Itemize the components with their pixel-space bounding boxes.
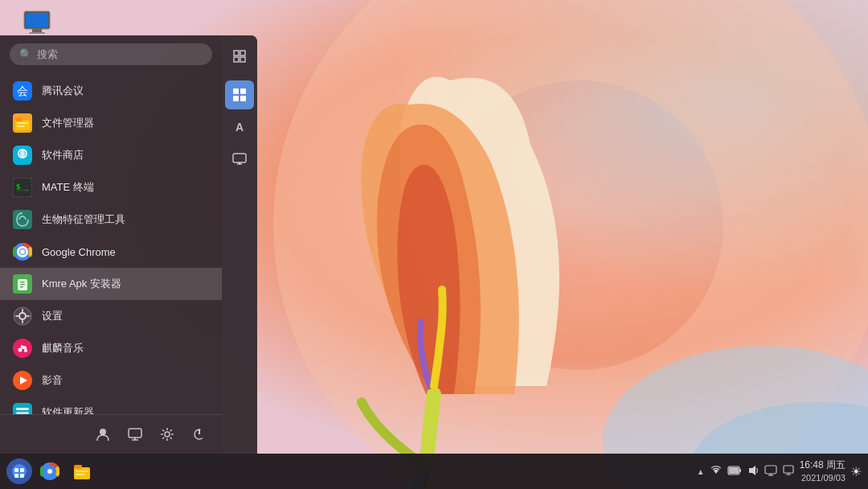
svg-rect-28 <box>20 284 25 286</box>
music-icon <box>13 339 32 358</box>
tray-wifi-icon[interactable] <box>710 464 723 479</box>
svg-rect-69 <box>20 468 24 472</box>
files-icon <box>13 113 32 133</box>
chrome-label: Google Chrome <box>42 246 116 258</box>
app-item-terminal[interactable]: $ _ MATE 终端 <box>0 171 222 203</box>
video-label: 影音 <box>42 373 63 388</box>
system-tray: ▲ 16:48 周五 2021/09/03 ☀ <box>697 458 862 484</box>
svg-rect-63 <box>240 96 246 101</box>
updater-label: 软件更新器 <box>42 405 94 414</box>
app-item-updater[interactable]: 软件更新器 <box>0 397 222 414</box>
svg-text:会: 会 <box>17 84 28 97</box>
svg-rect-77 <box>76 471 88 472</box>
video-icon <box>13 371 32 390</box>
app-item-settings[interactable]: 设置 <box>0 300 222 332</box>
app-item-music[interactable]: 麒麟音乐 <box>0 332 222 364</box>
chrome-icon <box>13 242 32 261</box>
start-menu-left: 🔍 会 腾讯会议 <box>0 35 222 454</box>
svg-rect-34 <box>27 315 30 317</box>
terminal-label: MATE 终端 <box>42 180 94 195</box>
svg-rect-64 <box>233 154 246 162</box>
tray-time: 16:48 周五 <box>800 458 845 472</box>
svg-rect-15 <box>17 125 25 127</box>
svg-rect-41 <box>16 408 29 410</box>
taskbar: ▲ 16:48 周五 2021/09/03 ☀ <box>0 454 868 489</box>
svg-point-67 <box>12 464 27 479</box>
svg-rect-76 <box>74 465 82 469</box>
app-item-video[interactable]: 影音 <box>0 364 222 397</box>
svg-marker-82 <box>749 466 755 475</box>
start-bottom <box>0 414 222 454</box>
music-label: 麒麟音乐 <box>42 341 84 355</box>
search-bar[interactable]: 🔍 <box>10 43 212 65</box>
settings-bottom-button[interactable] <box>154 421 180 447</box>
settings-label: 设置 <box>42 309 63 323</box>
store-icon <box>13 146 32 165</box>
svg-rect-81 <box>729 467 739 474</box>
power-button[interactable] <box>186 421 212 447</box>
svg-rect-32 <box>22 320 23 323</box>
app-item-chrome[interactable]: Google Chrome <box>0 236 222 268</box>
svg-rect-71 <box>20 474 24 478</box>
svg-rect-31 <box>22 309 23 312</box>
svg-rect-33 <box>15 315 18 317</box>
svg-rect-70 <box>14 474 18 478</box>
app-item-kmre[interactable]: Kmre Apk 安装器 <box>0 268 222 300</box>
tray-brightness-icon[interactable]: ☀ <box>850 464 862 479</box>
bio-icon <box>13 210 32 229</box>
tray-screen-icon[interactable] <box>782 464 795 479</box>
expand-button[interactable] <box>225 42 254 71</box>
svg-text:$ _: $ _ <box>16 183 30 191</box>
tray-datetime[interactable]: 16:48 周五 2021/09/03 <box>800 458 845 484</box>
tencent-icon: 会 <box>13 81 32 101</box>
search-input[interactable] <box>37 48 203 60</box>
start-menu: 🔍 会 腾讯会议 <box>0 35 257 454</box>
desktop: 计算机 🔍 会 腾讯会议 <box>0 0 868 489</box>
svg-rect-78 <box>76 474 85 475</box>
svg-rect-27 <box>20 281 25 283</box>
tencent-label: 腾讯会议 <box>42 84 84 98</box>
kmre-icon <box>13 274 32 294</box>
tray-volume-icon[interactable] <box>747 464 760 479</box>
svg-rect-61 <box>240 88 246 94</box>
svg-rect-60 <box>233 88 239 94</box>
font-button[interactable]: A <box>225 113 254 142</box>
svg-rect-7 <box>32 29 42 32</box>
svg-point-53 <box>165 432 170 437</box>
tray-display-icon[interactable] <box>764 464 777 479</box>
svg-point-24 <box>20 249 25 254</box>
svg-rect-6 <box>26 13 48 27</box>
svg-rect-68 <box>14 468 18 472</box>
taskbar-files-button[interactable] <box>68 457 96 486</box>
app-item-store[interactable]: 软件商店 <box>0 139 222 171</box>
svg-rect-83 <box>765 466 776 474</box>
files-label: 文件管理器 <box>42 116 94 130</box>
store-label: 软件商店 <box>42 148 84 162</box>
app-item-files[interactable]: 文件管理器 <box>0 107 222 139</box>
svg-rect-80 <box>739 469 741 472</box>
tray-battery-icon[interactable] <box>727 464 742 479</box>
svg-rect-13 <box>15 117 23 121</box>
apps-grid-button[interactable] <box>225 80 254 109</box>
taskbar-start-button[interactable] <box>6 458 32 484</box>
tray-up-arrow[interactable]: ▲ <box>697 467 705 476</box>
display-button[interactable] <box>122 421 148 447</box>
settings-icon <box>13 306 32 326</box>
app-list: 会 腾讯会议 <box>0 72 222 414</box>
svg-rect-29 <box>20 286 23 288</box>
svg-rect-75 <box>74 467 90 479</box>
updater-icon <box>13 403 32 414</box>
app-item-bio[interactable]: 生物特征管理工具 <box>0 203 222 236</box>
app-item-tencent[interactable]: 会 腾讯会议 <box>0 75 222 107</box>
svg-rect-56 <box>234 51 239 55</box>
kmre-label: Kmre Apk 安装器 <box>42 277 121 291</box>
bio-label: 生物特征管理工具 <box>42 212 125 227</box>
svg-point-49 <box>100 429 106 435</box>
search-icon: 🔍 <box>19 48 32 60</box>
svg-rect-14 <box>17 122 28 124</box>
svg-rect-50 <box>129 429 141 438</box>
svg-rect-8 <box>29 32 45 34</box>
taskbar-chrome-button[interactable] <box>35 457 64 486</box>
monitor-cat-button[interactable] <box>225 145 254 174</box>
user-button[interactable] <box>90 421 116 447</box>
